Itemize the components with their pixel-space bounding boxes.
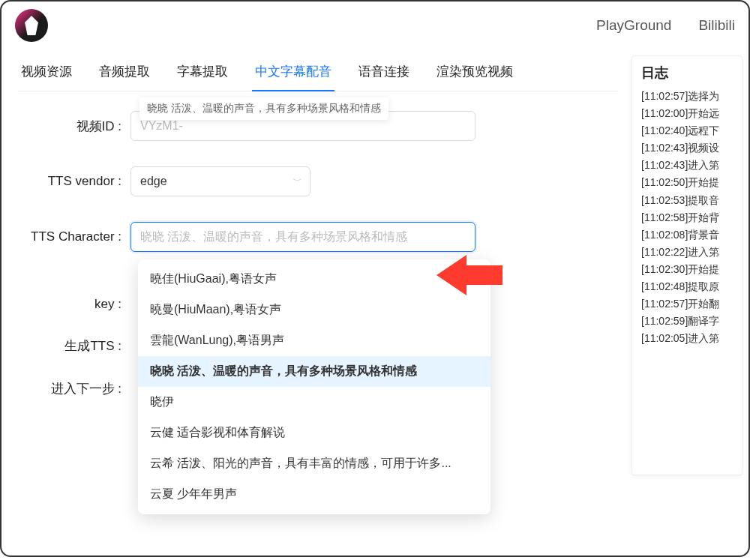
dropdown-option[interactable]: 雲龍(WanLung),粤语男声 (138, 325, 490, 356)
next-step-label: 进入下一步 : (18, 380, 130, 397)
annotation-arrow-icon (436, 249, 504, 301)
log-entry: [11:02:57]开始翻 (641, 295, 742, 313)
tab-render-preview[interactable]: 渲染预览视频 (434, 55, 516, 91)
tab-audio-extract[interactable]: 音频提取 (96, 55, 153, 91)
tts-character-select[interactable]: 晓晓 活泼、温暖的声音，具有多种场景风格和情感 (130, 222, 476, 252)
log-entry: [11:02:40]远程下 (641, 122, 742, 139)
log-entry: [11:02:43]视频设 (641, 139, 742, 157)
log-entry: [11:02:22]进入第 (641, 244, 742, 261)
log-entry: [11:02:53]提取音 (641, 192, 742, 209)
log-entry: [11:02:00]开始远 (641, 105, 742, 122)
dropdown-option[interactable]: 云健 适合影视和体育解说 (138, 418, 490, 448)
video-id-label: 视频ID : (18, 118, 130, 135)
log-title: 日志 (632, 56, 742, 88)
log-entry: [11:02:30]开始提 (641, 261, 742, 278)
tts-vendor-label: TTS vendor : (18, 174, 130, 189)
dropdown-option[interactable]: 云夏 少年年男声 (138, 479, 490, 510)
tts-vendor-select[interactable]: edge 〉 (130, 166, 310, 196)
tab-voice-concat[interactable]: 语音连接 (356, 55, 412, 91)
tooltip: 晓晓 活泼、温暖的声音，具有多种场景风格和情感 (140, 97, 388, 120)
log-entry: [11:02:43]进入第 (641, 157, 742, 174)
log-entry: [11:02:08]背景音 (641, 226, 742, 244)
log-entry: [11:02:57]选择为 (641, 88, 742, 105)
tab-video-resource[interactable]: 视频资源 (18, 55, 75, 91)
tabs: 视频资源 音频提取 字幕提取 中文字幕配音 语音连接 渲染预览视频 (18, 55, 618, 91)
log-entry: [11:02:50]开始提 (641, 174, 742, 191)
log-entry: [11:02:59]翻译字 (641, 313, 742, 330)
log-entry: [11:02:48]提取原 (641, 278, 742, 295)
log-entry: [11:02:58]开始背 (641, 209, 742, 226)
tab-subtitle-extract[interactable]: 字幕提取 (174, 55, 231, 91)
dropdown-option[interactable]: 云希 活泼、阳光的声音，具有丰富的情感，可用于许多... (138, 448, 490, 479)
log-panel: 日志 [11:02:57]选择为 [11:02:00]开始远 [11:02:40… (632, 55, 742, 475)
chevron-down-icon: 〉 (290, 177, 303, 186)
svg-marker-0 (436, 255, 502, 295)
dropdown-option[interactable]: 晓伊 (138, 387, 490, 418)
nav-bilibili[interactable]: Bilibili (698, 17, 735, 34)
tts-vendor-value: edge (140, 175, 167, 188)
key-label: key : (18, 297, 130, 312)
log-list: [11:02:57]选择为 [11:02:00]开始远 [11:02:40]远程… (632, 88, 742, 347)
generate-tts-label: 生成TTS : (18, 337, 130, 355)
tab-chinese-subtitle-tts[interactable]: 中文字幕配音 (252, 55, 334, 91)
tts-character-placeholder: 晓晓 活泼、温暖的声音，具有多种场景风格和情感 (140, 229, 407, 245)
log-entry: [11:02:05]进入第 (641, 330, 742, 347)
dropdown-option[interactable]: 晓晓 活泼、温暖的声音，具有多种场景风格和情感 (138, 356, 490, 387)
nav-playground[interactable]: PlayGround (596, 17, 671, 34)
app-logo (15, 9, 48, 42)
tts-character-label: TTS Character : (18, 229, 130, 244)
